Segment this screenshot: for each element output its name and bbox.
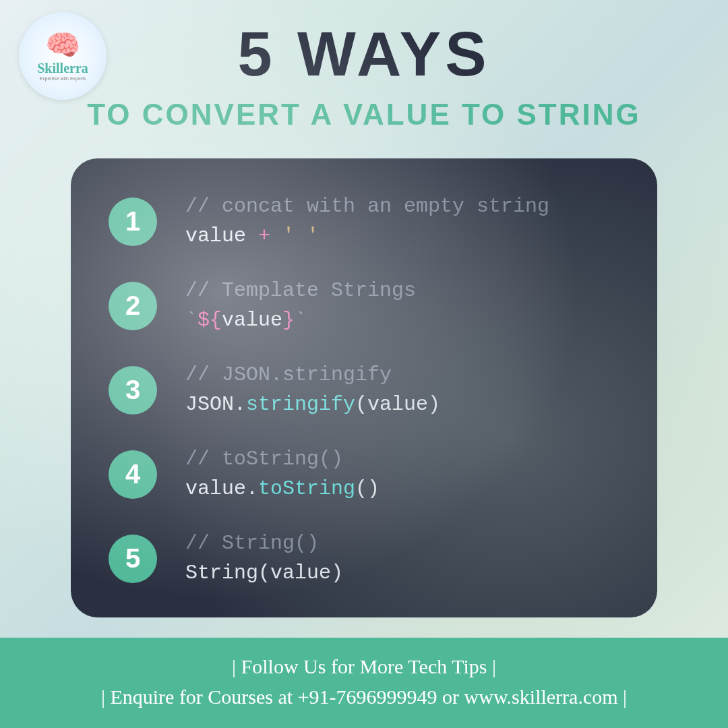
brand-logo: 🧠 Skillerra Expertise with Experts bbox=[19, 12, 107, 100]
logo-brand-text: Skillerra bbox=[37, 61, 88, 76]
brain-icon: 🧠 bbox=[45, 31, 80, 59]
footer-contact: | Enquire for Courses at +91-7696999949 … bbox=[7, 681, 721, 712]
background-texture bbox=[0, 0, 728, 728]
footer-banner: | Follow Us for More Tech Tips | | Enqui… bbox=[0, 638, 728, 728]
logo-tagline: Expertise with Experts bbox=[39, 76, 86, 81]
footer-follow: | Follow Us for More Tech Tips | bbox=[7, 651, 721, 681]
